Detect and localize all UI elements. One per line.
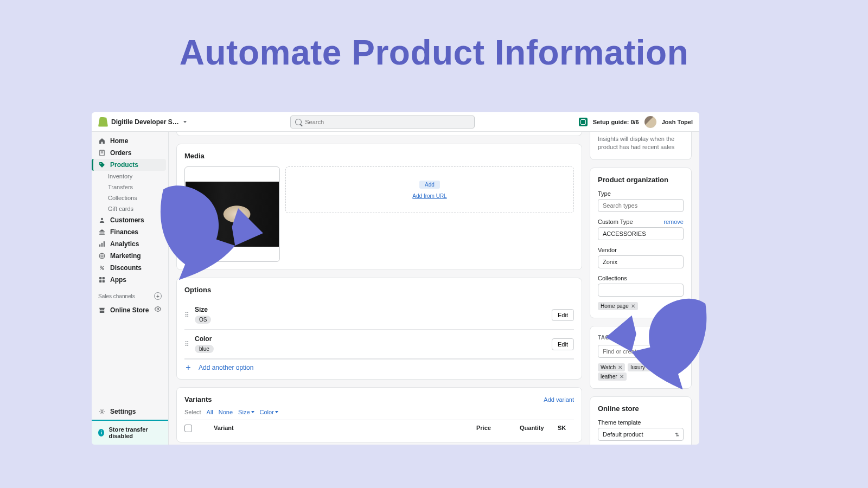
svg-point-9	[103, 268, 104, 270]
decorative-arrow-right	[579, 281, 729, 402]
products-icon	[98, 161, 106, 169]
svg-point-15	[101, 410, 103, 413]
online-store-title: Online store	[598, 404, 684, 413]
apps-icon	[98, 276, 106, 284]
option-value-pill: blue	[195, 345, 214, 353]
custom-type-input[interactable]	[598, 227, 684, 240]
topbar: Digitile Developer S… Setup guide: 0/6 J…	[92, 112, 699, 132]
option-row-size: ⠿ Size OS Edit	[184, 300, 574, 330]
shopify-logo-icon	[98, 117, 108, 127]
variants-card: Variants Add variant Select All None Siz…	[176, 387, 582, 442]
variant-filters: Select All None Size Color	[184, 403, 574, 420]
drag-handle-icon[interactable]: ⠿	[184, 341, 188, 348]
type-label: Type	[598, 190, 684, 197]
transfer-banner: iStore transfer disabled	[92, 420, 168, 445]
insights-card: Insights will display when the product h…	[590, 132, 692, 160]
svg-rect-5	[104, 241, 105, 247]
org-title: Product organization	[598, 176, 684, 184]
custom-type-label: Custom Type	[598, 219, 633, 225]
select-caret-icon: ⇅	[675, 431, 679, 437]
drag-handle-icon[interactable]: ⠿	[184, 311, 188, 319]
media-title: Media	[184, 152, 574, 160]
home-icon	[98, 137, 106, 145]
nav-home[interactable]: Home	[92, 135, 168, 147]
user-avatar[interactable]	[644, 116, 656, 128]
option-row-color: ⠿ Color blue Edit	[184, 330, 574, 359]
nav-orders[interactable]: Orders	[92, 147, 168, 159]
search-icon	[295, 119, 302, 125]
nav-products[interactable]: Products	[92, 159, 166, 171]
edit-option-button[interactable]: Edit	[552, 309, 574, 321]
edit-option-button[interactable]: Edit	[552, 338, 574, 350]
svg-rect-3	[99, 245, 100, 247]
theme-hint: Assign a template from your current them…	[598, 444, 684, 445]
options-card: Options ⠿ Size OS Edit ⠿ Color blue	[176, 278, 582, 380]
remove-custom-type[interactable]: remove	[663, 219, 684, 225]
filter-none[interactable]: None	[219, 409, 233, 415]
store-name: Digitile Developer S…	[111, 118, 179, 126]
plus-icon: +	[184, 364, 192, 371]
headline: Automate Product Information	[0, 0, 868, 73]
svg-rect-11	[103, 277, 105, 279]
svg-rect-12	[99, 280, 101, 282]
online-store-card: Online store Theme template ⇅ Assign a t…	[590, 396, 692, 445]
vendor-input[interactable]	[598, 255, 684, 268]
discounts-icon	[98, 264, 106, 272]
insights-text: Insights will display when the product h…	[598, 135, 684, 152]
caret-down-icon	[183, 121, 187, 123]
search-box[interactable]	[290, 115, 475, 129]
filter-size[interactable]: Size	[238, 409, 254, 415]
analytics-icon	[98, 240, 106, 248]
svg-point-7	[101, 255, 103, 257]
svg-point-8	[100, 266, 102, 268]
finances-icon	[98, 228, 106, 236]
vendor-label: Vendor	[598, 247, 684, 253]
svg-rect-10	[99, 277, 101, 279]
select-all-checkbox[interactable]	[184, 425, 192, 432]
svg-rect-13	[103, 280, 105, 282]
theme-select[interactable]	[598, 428, 684, 441]
add-channel-button[interactable]: +	[154, 292, 162, 300]
media-dropzone[interactable]: Add Add from URL	[285, 166, 574, 213]
info-icon: i	[98, 429, 104, 436]
filter-color[interactable]: Color	[260, 409, 278, 415]
filter-select-label: Select	[184, 409, 201, 415]
add-from-url-link[interactable]: Add from URL	[412, 193, 446, 199]
variants-title: Variants	[184, 395, 212, 403]
orders-icon	[98, 149, 106, 157]
decorative-arrow-left	[151, 174, 276, 293]
setup-guide-label[interactable]: Setup guide: 0/6	[593, 119, 639, 125]
caret-down-icon	[275, 411, 278, 413]
option-name: Size	[195, 306, 552, 313]
option-value-pill: OS	[195, 316, 211, 324]
caret-down-icon	[251, 411, 254, 413]
theme-label: Theme template	[598, 419, 684, 426]
user-name[interactable]: Josh Topel	[662, 119, 693, 125]
add-option-button[interactable]: + Add another option	[184, 359, 574, 371]
collections-label: Collections	[598, 275, 684, 281]
svg-point-6	[99, 253, 105, 259]
view-store-icon[interactable]	[154, 305, 162, 314]
store-switcher[interactable]: Digitile Developer S…	[98, 117, 187, 127]
svg-point-14	[157, 308, 159, 310]
nav-online-store[interactable]: Online Store	[92, 303, 168, 317]
marketing-icon	[98, 252, 106, 260]
search-input[interactable]	[305, 119, 470, 125]
prev-card-peek	[176, 132, 582, 136]
add-variant-link[interactable]: Add variant	[544, 396, 574, 403]
svg-point-1	[100, 163, 101, 164]
svg-rect-4	[101, 243, 103, 247]
customers-icon	[98, 216, 106, 224]
filter-all[interactable]: All	[207, 409, 213, 415]
setup-guide-icon	[579, 118, 588, 126]
variants-table-header: Variant Price Quantity SK	[184, 420, 574, 434]
nav-settings[interactable]: Settings	[92, 403, 168, 420]
online-store-icon	[98, 306, 106, 314]
type-input[interactable]	[598, 199, 684, 212]
gear-icon	[98, 408, 106, 415]
option-name: Color	[195, 335, 552, 343]
svg-point-2	[101, 218, 103, 220]
add-media-button[interactable]: Add	[419, 181, 440, 189]
